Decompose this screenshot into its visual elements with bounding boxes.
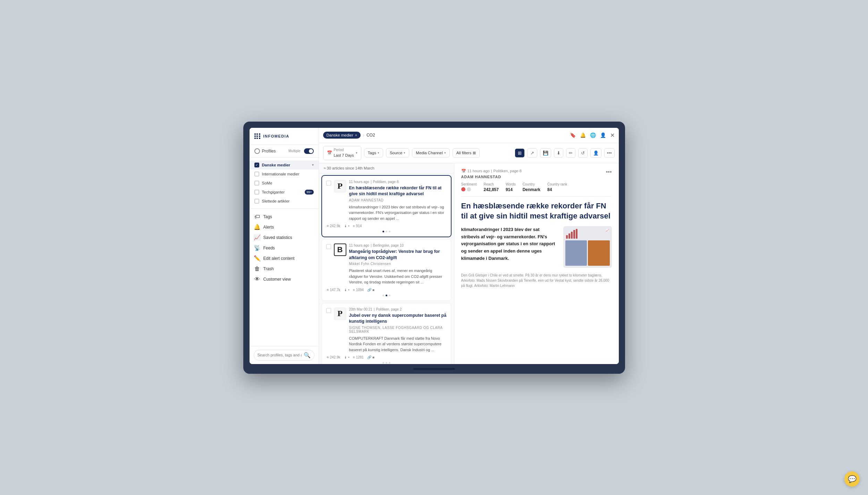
detail-more-btn[interactable]: ••• xyxy=(606,169,612,175)
profile-item-some[interactable]: SoMe xyxy=(250,179,319,188)
close-icon[interactable]: ✕ xyxy=(610,132,615,139)
article-source-2: Berlingske, page 10 xyxy=(373,244,404,247)
sidebar-item-tags[interactable]: 🏷 Tags xyxy=(250,212,319,222)
profile-checkbox-some[interactable] xyxy=(254,181,259,185)
globe-icon[interactable]: 🌐 xyxy=(590,132,596,138)
article-card-3[interactable]: P 20th Mar 00:21 | Politiken, page 2 Jub… xyxy=(322,303,451,364)
stat-extra-3: 🔗 ■ xyxy=(367,355,374,359)
search-icon: 🔍 xyxy=(304,352,311,358)
chat-button[interactable]: 💬 xyxy=(844,471,860,487)
profile-checkbox-techgiganter[interactable] xyxy=(254,190,259,195)
more-btn[interactable]: ••• xyxy=(604,148,615,158)
profile-name-slettede: Slettede artikler xyxy=(262,199,290,203)
article-meta-3: 20th Mar 00:21 | Politiken, page 2 Jubel… xyxy=(349,307,447,353)
grid-view-btn[interactable]: ⊞ xyxy=(515,149,524,157)
period-text: Period Last 7 Days xyxy=(334,148,354,158)
tag-icon: 🏷 xyxy=(254,214,260,220)
article-card-1[interactable]: P 11 hours ago | Politiken, page 8 En hæ… xyxy=(322,175,451,237)
profile-item-internationale-medier[interactable]: Internationale medier xyxy=(250,170,319,179)
article-checkbox-3[interactable] xyxy=(326,308,331,313)
search-box: 🔍 xyxy=(254,350,314,361)
sidebar-item-customer-view[interactable]: 👁 Customer view xyxy=(250,274,319,284)
sidebar-item-feeds[interactable]: 📡 Feeds xyxy=(250,243,319,253)
source-chevron-icon: ▾ xyxy=(404,151,405,155)
detail-caption: Den Grå Gletsjer i Chile er ved at smelt… xyxy=(461,273,612,288)
detail-author: ADAM HANNESTAD xyxy=(461,175,612,179)
article-card-2[interactable]: B 11 hours ago | Berlingske, page 10 Man… xyxy=(322,239,451,301)
profile-item-slettede[interactable]: Slettede artikler xyxy=(250,197,319,206)
tab-close-btn[interactable]: × xyxy=(355,133,357,137)
bookmark-icon[interactable]: 🔖 xyxy=(570,132,576,138)
article-checkbox-2[interactable] xyxy=(326,244,331,249)
articles-count: ≈ 30 articles since 14th March xyxy=(319,163,454,173)
list-view-btn[interactable]: ↗ xyxy=(527,148,537,158)
source-filter-btn[interactable]: Source ▾ xyxy=(386,148,409,157)
dot-1-2 xyxy=(386,231,387,232)
period-value: Last 7 Days xyxy=(334,153,354,157)
chart-icon: 📈 xyxy=(254,235,260,240)
country-label: Country xyxy=(523,182,540,186)
sidebar-item-saved-statistics[interactable]: 📈 Saved statistics xyxy=(250,232,319,243)
profile-checkbox-danske-medier[interactable]: ✓ xyxy=(254,163,259,167)
stat-reach-2: ✳ 147.7k xyxy=(326,288,340,292)
all-filters-btn[interactable]: All filters ⊞ xyxy=(453,148,480,158)
sidebar-item-alerts[interactable]: 🔔 Alerts xyxy=(250,222,319,232)
profile-name-techgiganter: Techgiganter xyxy=(262,190,285,194)
tags-filter-btn[interactable]: Tags ▾ xyxy=(364,148,383,157)
nav-label-saved-statistics: Saved statistics xyxy=(263,235,292,240)
period-filter[interactable]: 📅 Period Last 7 Days ▾ xyxy=(323,146,361,160)
save-btn[interactable]: 💾 xyxy=(540,148,551,158)
article-author-3: SIGNE THOMSEN, LASSE FOGHSGAARD OG CLARA… xyxy=(349,326,447,333)
profile-item-danske-medier[interactable]: ✓ Danske medier ▾ xyxy=(250,160,319,170)
profiles-toggle[interactable] xyxy=(304,148,314,154)
article-dots-2 xyxy=(326,295,447,296)
nav-section: 🏷 Tags 🔔 Alerts 📈 Saved statistics 📡 Fee… xyxy=(250,209,319,346)
laptop-base xyxy=(250,364,619,374)
detail-title: En hæsblæsende række rekorder får FN til… xyxy=(461,201,612,221)
profile-item-techgiganter[interactable]: Techgiganter 99+ xyxy=(250,188,319,197)
media-channel-filter-btn[interactable]: Media Channel ▾ xyxy=(412,148,449,157)
profile-checkbox-slettede[interactable] xyxy=(254,199,259,204)
detail-image: 📈 xyxy=(563,226,612,268)
country-rank-label: Country rank xyxy=(547,182,567,186)
article-excerpt-3: COMPUTERKRAFT Danmark får med støtte fra… xyxy=(349,336,447,353)
active-tab[interactable]: Danske medier × xyxy=(323,132,361,139)
sentiment-label: Sentiment xyxy=(461,182,477,186)
article-checkbox-1[interactable] xyxy=(326,181,331,185)
download-btn[interactable]: ⬇ xyxy=(554,148,563,158)
sidebar-item-edit-alert[interactable]: ✏️ Edit alert content xyxy=(250,253,319,264)
media-chevron-icon: ▾ xyxy=(444,151,446,155)
profile-icon[interactable]: 👤 xyxy=(600,132,606,138)
period-chevron-icon: ▾ xyxy=(356,151,357,155)
profile-list: ✓ Danske medier ▾ Internationale medier … xyxy=(250,158,319,209)
notification-icon[interactable]: 🔔 xyxy=(580,132,586,138)
img-cell-1 xyxy=(565,240,587,266)
article-logo-2: B xyxy=(334,244,346,256)
filter-icon: ⊞ xyxy=(473,151,476,155)
nav-label-alerts: Alerts xyxy=(263,225,274,230)
dot-2-3 xyxy=(389,295,390,296)
stat-temp-1: 🌡 • xyxy=(344,224,349,228)
edit-btn[interactable]: ✏ xyxy=(566,148,575,158)
dot-3-3 xyxy=(389,362,390,364)
laptop-notch xyxy=(413,368,455,370)
sidebar-item-trash[interactable]: 🗑 Trash xyxy=(250,264,319,274)
tab-bar: Danske medier × › CO2 🔖 🔔 🌐 👤 ✕ xyxy=(319,128,619,143)
article-source-1: Politiken, page 8 xyxy=(373,180,399,184)
stat-temp-3: 🌡 • xyxy=(344,355,349,359)
sentiment-gray-dot xyxy=(467,187,471,191)
profile-btn[interactable]: 👤 xyxy=(590,148,601,158)
search-input[interactable] xyxy=(258,353,302,357)
article-source-time-3: 20th Mar 00:21 | Politiken, page 2 xyxy=(349,307,447,311)
trash-icon: 🗑 xyxy=(254,266,260,272)
metric-sentiment: Sentiment xyxy=(461,182,477,192)
nav-label-feeds: Feeds xyxy=(263,246,275,250)
tab-label: Danske medier xyxy=(327,133,353,137)
article-dots-1 xyxy=(326,231,447,232)
refresh-btn[interactable]: ↺ xyxy=(578,148,588,158)
stat-words-1: ≡ 914 xyxy=(353,224,362,228)
profile-checkbox-internationale[interactable] xyxy=(254,172,259,176)
articles-detail-pane: ≈ 30 articles since 14th March P 11 hour… xyxy=(319,163,619,364)
reach-value: 242,857 xyxy=(484,187,499,192)
logo-area: INFOMEDIA xyxy=(250,128,319,145)
